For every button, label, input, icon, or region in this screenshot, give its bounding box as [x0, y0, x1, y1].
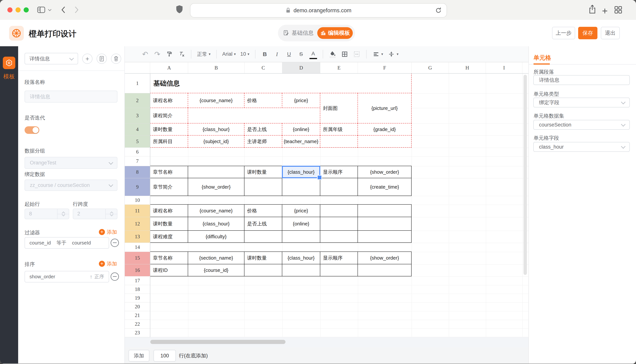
strikethrough-icon[interactable]: S	[297, 50, 305, 58]
font-color-icon[interactable]: A	[310, 49, 317, 59]
format-painter-icon[interactable]	[166, 50, 173, 58]
new-tab-icon[interactable]: +	[602, 5, 608, 16]
nav-item-template-button[interactable]	[3, 57, 15, 69]
start-row-stepper[interactable]: 8	[25, 208, 69, 219]
sheet-cell-selected[interactable]: {class_hour}	[282, 166, 320, 178]
sheet-cell[interactable]: {teacher_name}	[282, 135, 320, 148]
column-header-H[interactable]: H	[449, 62, 486, 73]
row-header-18[interactable]: 18	[125, 285, 150, 294]
sheet-cell[interactable]	[320, 230, 358, 243]
exit-button[interactable]: 退出	[601, 27, 620, 39]
cell-field-select[interactable]: class_hour	[533, 142, 630, 152]
column-header-A[interactable]: A	[150, 62, 188, 73]
row-header-5[interactable]: 5	[125, 136, 150, 148]
sheet-cell[interactable]: 所属年级	[320, 123, 358, 136]
borders-icon[interactable]	[341, 50, 348, 58]
horizontal-align-icon[interactable]	[372, 50, 380, 58]
sheet-cell[interactable]	[282, 178, 320, 196]
row-header-2[interactable]: 2	[125, 93, 150, 108]
back-icon[interactable]	[61, 6, 66, 14]
sheet-cell[interactable]	[357, 135, 411, 148]
sheet-cell[interactable]: 课程名称	[150, 93, 188, 108]
add-filter-button[interactable]: +添加	[99, 229, 117, 236]
sheet-cell[interactable]: {class_hour}	[188, 123, 245, 136]
merge-cells-icon[interactable]	[353, 50, 360, 58]
sheet-cell[interactable]: {price}	[282, 93, 320, 108]
sheet-cell[interactable]: 章节名称	[150, 166, 188, 178]
tab-basic-info[interactable]: 基础信息	[278, 25, 319, 41]
clear-format-icon[interactable]	[178, 50, 185, 58]
belong-paragraph-input[interactable]: 详情信息	[533, 75, 630, 85]
share-icon[interactable]	[588, 4, 596, 14]
redo-icon[interactable]: ↷	[153, 50, 161, 58]
row-header-16[interactable]: 16	[125, 264, 150, 276]
sheet-cell[interactable]: 课时数量	[150, 123, 188, 136]
sheet-cell[interactable]: 课时数量	[244, 166, 282, 178]
sheet-cell[interactable]: 是否上线	[244, 217, 282, 231]
sheet-cell[interactable]	[320, 135, 358, 148]
chevron-down-icon[interactable]	[48, 9, 52, 12]
sheet-cell[interactable]: 章节简介	[150, 178, 188, 196]
sheet-cell[interactable]: 课时数量	[150, 217, 188, 231]
row-header-14[interactable]: 14	[125, 243, 150, 252]
forward-icon[interactable]	[74, 6, 79, 14]
sheet-cell[interactable]	[188, 108, 320, 124]
row-header-11[interactable]: 11	[125, 205, 150, 217]
font-size-select[interactable]: 10▾	[240, 51, 249, 57]
zoom-window-button[interactable]	[24, 7, 29, 12]
sort-item[interactable]: show_order ↑正序	[25, 271, 109, 282]
vertical-align-icon[interactable]	[387, 50, 395, 58]
sheet-cell[interactable]: {class_hour}	[188, 217, 245, 231]
sheet-cell[interactable]: 显示顺序	[320, 166, 358, 178]
sidebar-toggle-icon[interactable]	[37, 6, 45, 14]
underline-icon[interactable]: U	[285, 50, 293, 58]
row-header-12[interactable]: 12	[125, 217, 150, 231]
row-span-stepper[interactable]: 2	[73, 208, 117, 219]
sheet-cell[interactable]: {create_time}	[357, 178, 411, 196]
iterate-toggle[interactable]	[25, 126, 39, 134]
row-header-7[interactable]: 7	[125, 156, 150, 166]
fill-color-icon[interactable]	[329, 50, 336, 58]
paragraph-name-input[interactable]: 详情信息	[25, 90, 117, 102]
paragraph-style-select[interactable]: 正常▾	[197, 51, 210, 58]
sheet-grid[interactable]: 1234567891011121314151617181920212223 基础…	[125, 74, 528, 337]
sheet-cell[interactable]: {class_hour}	[282, 252, 320, 264]
sheet-cell[interactable]: {difficulty}	[188, 230, 245, 243]
sheet-cell[interactable]: {online}	[282, 123, 320, 136]
vertical-scrollbar[interactable]	[524, 75, 527, 275]
sheet-cell[interactable]: 课程简介	[150, 108, 188, 124]
row-header-17[interactable]: 17	[125, 276, 150, 285]
sheet-cell[interactable]: {course_name}	[188, 204, 245, 217]
column-header-F[interactable]: F	[358, 62, 411, 73]
stepper-arrows[interactable]	[57, 209, 69, 219]
horizontal-scrollbar[interactable]	[150, 340, 286, 344]
column-header-B[interactable]: B	[188, 62, 245, 73]
column-header-E[interactable]: E	[320, 62, 358, 73]
sheet-cell[interactable]: 章节名称	[150, 252, 188, 264]
sheet-cell[interactable]: 所属科目	[150, 135, 188, 148]
address-bar[interactable]: demo.orangeforms.com	[190, 3, 447, 18]
row-header-8[interactable]: 8	[125, 166, 150, 178]
sheet-cell[interactable]: 课程名称	[150, 204, 188, 217]
row-header-20[interactable]: 20	[125, 302, 150, 311]
sheet-cell[interactable]: 课时数量	[244, 252, 282, 264]
sheet-cell[interactable]: {picture_url}	[357, 93, 411, 124]
sheet-cell[interactable]	[188, 166, 245, 178]
row-header-3[interactable]: 3	[125, 108, 150, 124]
cell-dataset-select[interactable]: courseSection	[533, 120, 630, 130]
sheet-cell[interactable]: {course_name}	[188, 93, 245, 108]
copy-paragraph-button[interactable]	[97, 54, 107, 64]
minimize-window-button[interactable]	[16, 7, 21, 12]
column-header-D[interactable]: D	[282, 62, 320, 73]
sheet-cell[interactable]	[244, 178, 282, 196]
sheet-cell[interactable]: 是否上线	[244, 123, 282, 136]
paragraph-select[interactable]: 详情信息	[25, 53, 78, 64]
filter-item[interactable]: course_id 等于 courseId	[25, 237, 109, 249]
cell-type-select[interactable]: 绑定字段	[533, 98, 630, 108]
sheet-cell[interactable]	[320, 217, 358, 231]
sheet-cell[interactable]: 课程难度	[150, 230, 188, 243]
italic-icon[interactable]: I	[273, 50, 281, 58]
row-header-6[interactable]: 6	[125, 148, 150, 156]
sheet-cell[interactable]	[357, 204, 411, 217]
sheet-cell[interactable]: 价格	[244, 93, 282, 108]
